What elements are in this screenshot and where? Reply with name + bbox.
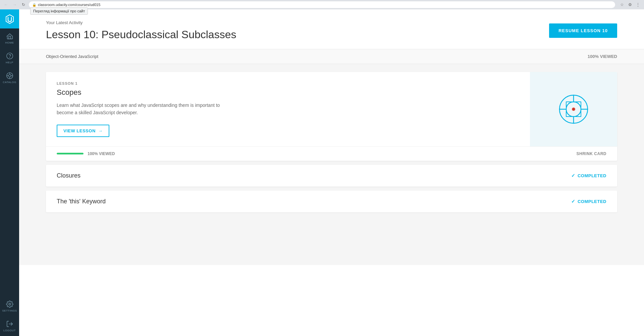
arrow-right-icon: → — [98, 128, 103, 133]
sidebar-bottom: SETTINGS LOGOUT — [0, 296, 19, 336]
lesson-card-scopes: LESSON 1 Scopes Learn what JavaScript sc… — [46, 72, 617, 161]
completed-badge-this: ✓ COMPLETED — [571, 199, 606, 204]
course-name: Object-Oriented JavaScript — [46, 54, 98, 59]
lesson-name-closures: Closures — [57, 172, 80, 179]
browser-actions: ☆ ⚙ ⋮ — [619, 1, 641, 8]
svg-point-3 — [8, 74, 11, 77]
forward-button[interactable]: → — [11, 1, 18, 8]
check-icon: ✓ — [571, 173, 576, 178]
udacity-logo-icon — [5, 14, 15, 24]
svg-point-8 — [9, 303, 11, 305]
sidebar-item-settings[interactable]: SETTINGS — [0, 296, 19, 316]
logout-icon — [6, 320, 13, 328]
main-content: Your Latest Activity Lesson 10: Pseudocl… — [19, 9, 644, 336]
bookmark-icon[interactable]: ☆ — [619, 1, 625, 8]
shrink-card-button[interactable]: SHRINK CARD — [577, 151, 607, 156]
settings-icon — [6, 300, 13, 308]
url-bar[interactable]: 🔒 classroom.udacity.com/courses/ud015 — [29, 1, 615, 8]
lesson-card-footer: 100% VIEWED SHRINK CARD — [46, 146, 617, 161]
progress-bar-bg — [57, 153, 84, 154]
catalog-label: CATALOG — [3, 81, 16, 84]
completed-badge-closures: ✓ COMPLETED — [571, 173, 606, 178]
help-icon — [6, 52, 13, 60]
lesson-title: Lesson 10: Pseudoclassical Subclasses — [46, 28, 236, 41]
top-section: Your Latest Activity Lesson 10: Pseudocl… — [19, 9, 644, 49]
view-lesson-button[interactable]: VIEW LESSON → — [57, 125, 109, 137]
extensions-icon[interactable]: ⚙ — [627, 1, 633, 8]
progress-bar-fill — [57, 153, 84, 154]
lesson-card-body: LESSON 1 Scopes Learn what JavaScript sc… — [46, 72, 530, 146]
sidebar-item-home[interactable]: HOME — [0, 28, 19, 48]
reload-button[interactable]: ↻ — [20, 1, 27, 8]
lesson-name-this: The 'this' Keyword — [57, 198, 106, 205]
lock-icon: 🔒 — [32, 3, 36, 7]
completed-label-closures: COMPLETED — [578, 173, 606, 178]
lesson-card-this-keyword[interactable]: The 'this' Keyword ✓ COMPLETED — [46, 191, 617, 212]
catalog-icon — [6, 72, 13, 79]
menu-icon[interactable]: ⋮ — [635, 1, 641, 8]
progress-text: 100% VIEWED — [88, 151, 115, 156]
resume-lesson-button[interactable]: RESUME LESSON 10 — [549, 23, 617, 38]
lesson-card-inner: LESSON 1 Scopes Learn what JavaScript sc… — [46, 72, 617, 146]
svg-point-1 — [9, 57, 10, 58]
sidebar-item-catalog[interactable]: CATALOG — [0, 68, 19, 88]
main-wrapper: HOME HELP — [0, 9, 644, 336]
course-bar: Object-Oriented JavaScript 100% VIEWED — [19, 49, 644, 64]
browser-chrome: ← → ↻ 🔒 classroom.udacity.com/courses/ud… — [0, 0, 644, 9]
back-button[interactable]: ← — [3, 1, 9, 8]
help-label: HELP — [6, 61, 13, 64]
home-label: HOME — [5, 41, 14, 44]
check-icon-2: ✓ — [571, 199, 576, 204]
sidebar-logo[interactable] — [0, 9, 19, 28]
sidebar-item-help[interactable]: HELP — [0, 48, 19, 68]
logout-label: LOGOUT — [3, 329, 16, 332]
sidebar: HOME HELP — [0, 9, 19, 336]
lesson-name-scopes: Scopes — [57, 88, 519, 97]
viewed-percentage: 100% VIEWED — [588, 54, 617, 59]
home-icon — [6, 32, 13, 40]
view-lesson-label: VIEW LESSON — [63, 128, 96, 133]
url-text: classroom.udacity.com/courses/ud015 — [38, 3, 100, 7]
lesson-number: LESSON 1 — [57, 81, 519, 85]
lesson-card-closures[interactable]: Closures ✓ COMPLETED — [46, 165, 617, 187]
lesson-info: Your Latest Activity Lesson 10: Pseudocl… — [46, 20, 236, 41]
completed-label-this: COMPLETED — [578, 199, 606, 204]
lesson-card-image — [530, 72, 617, 146]
crosshair-icon — [557, 92, 590, 126]
svg-point-13 — [573, 108, 575, 110]
progress-bar-wrap: 100% VIEWED — [57, 151, 115, 156]
svg-point-0 — [6, 53, 12, 59]
lesson-description: Learn what JavaScript scopes are and why… — [57, 102, 224, 117]
browser-tooltip: Перегляд інформації про сайт — [30, 7, 88, 15]
lessons-area: LESSON 1 Scopes Learn what JavaScript sc… — [19, 64, 644, 265]
settings-label: SETTINGS — [2, 309, 17, 312]
activity-label: Your Latest Activity — [46, 20, 236, 25]
sidebar-item-logout[interactable]: LOGOUT — [0, 316, 19, 336]
